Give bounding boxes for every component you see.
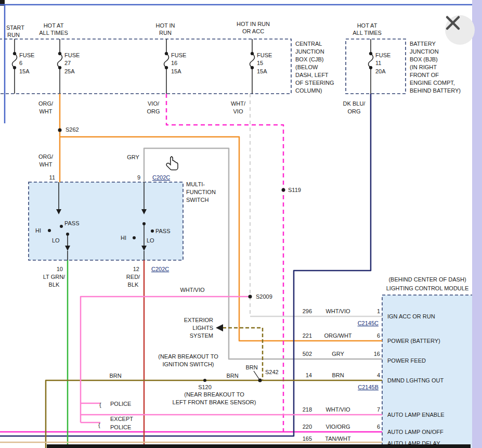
bus-label: START	[6, 24, 24, 31]
cjb-note: BOX (CJB)	[295, 56, 323, 62]
system-ref: SYSTEM	[190, 332, 213, 339]
wire-label: ORG	[347, 108, 360, 114]
fuse-number: 11	[375, 60, 381, 66]
pin-number: 11	[49, 174, 55, 181]
location-note: LEFT FRONT BRAKE SENSOR)	[173, 399, 256, 405]
fuse-amps: 25A	[64, 68, 75, 74]
fuse-number: 27	[64, 60, 71, 66]
cjb-note: JUNCTION	[295, 48, 324, 55]
wire-wht-vio	[250, 94, 382, 316]
circuit-number: 14	[306, 372, 312, 378]
wire-label: BLK	[49, 281, 60, 288]
fuse-label: FUSE	[375, 52, 390, 58]
bjb-note: BATTERY	[410, 41, 436, 47]
circuit-color: ORG/WHT	[324, 332, 351, 339]
fuse-amps: 15A	[19, 68, 30, 74]
wire-label: BRN	[109, 373, 121, 379]
contact-label: PASS	[64, 220, 80, 226]
circuit-color: VIO/ORG	[325, 424, 350, 430]
circuit-color: GRY	[332, 351, 344, 357]
fuse-number: 6	[19, 60, 22, 66]
exterior-lights-arrow	[216, 324, 223, 331]
wire-label: VIO/	[148, 100, 160, 107]
bjb-note: (IN RIGHT	[410, 64, 437, 70]
wire-label: WHT/	[231, 100, 246, 107]
module-row-label: DMND LGHTNG OUT	[387, 377, 444, 383]
wire-label: VIO	[233, 108, 243, 114]
diagram-bottom-border	[47, 444, 471, 448]
pin-number: 10	[57, 266, 63, 272]
location-note: IGNITION SWITCH)	[163, 361, 214, 367]
switch-title: FUNCTION	[186, 189, 216, 195]
wire-label: BRN	[245, 364, 257, 370]
wire-brn	[46, 328, 382, 448]
fuse-label: FUSE	[257, 52, 272, 58]
module-row-label: POWER (BATTERY)	[387, 338, 440, 344]
cjb-note: OF STEERING	[295, 80, 334, 86]
fuse-label: FUSE	[19, 52, 34, 58]
module-row-label: AUTO LAMP ON/OFF	[387, 429, 444, 435]
pin-number: 6	[377, 332, 380, 339]
fuse-amps: 15A	[257, 68, 267, 74]
variant-label: POLICE	[110, 401, 131, 407]
variant-label: POLICE	[110, 424, 131, 430]
bjb-note: BOX (BJB)	[410, 56, 438, 62]
bus-label: RUN	[159, 30, 172, 36]
wiring-diagram-viewer: START RUN HOT AT ALL TIMES HOT IN RUN HO…	[0, 0, 482, 448]
battery-junction-box	[346, 39, 406, 94]
connector-label: C202C	[151, 266, 169, 272]
switch-title: MULTI-	[186, 181, 205, 187]
wire-label: WHT	[39, 161, 52, 168]
pin-number: 1	[377, 308, 380, 314]
scrollbar-track[interactable]	[472, 0, 482, 448]
module-location: (BEHIND CENTER OF DASH)	[388, 276, 466, 283]
wire-dk-blu-org	[0, 94, 371, 436]
fuse-amps: 15A	[171, 68, 181, 74]
location-note: (NEAR BREAKOUT TO	[184, 391, 244, 398]
bus-label: RUN	[7, 32, 20, 38]
wiring-diagram: START RUN HOT AT ALL TIMES HOT IN RUN HO…	[0, 0, 482, 448]
bus-label: HOT AT	[357, 22, 377, 29]
wire-label: WHT	[39, 108, 52, 114]
close-button[interactable]	[445, 15, 475, 45]
wire-label: ORG	[147, 108, 160, 114]
wire-label: DK BLU/	[343, 100, 366, 107]
contact-label: LO	[52, 237, 60, 244]
contact-label: LO	[147, 237, 154, 244]
bus-label: ALL TIMES	[353, 30, 382, 36]
bus-label: OR ACC	[242, 28, 264, 34]
splice-label: S242	[265, 369, 279, 375]
fuse-number: 15	[257, 60, 263, 66]
fuse-amps: 20A	[375, 68, 386, 74]
cjb-note: COLUMN)	[295, 87, 322, 94]
wire-label: WHT/VIO	[180, 287, 204, 293]
circuit-color: TAN/WHT	[325, 436, 351, 442]
connector-label: C2145B	[358, 384, 379, 390]
fuse-label: FUSE	[64, 52, 80, 58]
connector-label: C202C	[152, 174, 170, 181]
splice-label: S119	[288, 187, 301, 193]
switch-title: SWITCH	[186, 197, 209, 203]
bus-label: HOT AT	[44, 22, 64, 29]
hand-cursor	[166, 157, 178, 170]
contact-label: HI	[35, 227, 41, 234]
bus-label: HOT IN	[155, 22, 175, 29]
circuit-number: 502	[303, 351, 312, 357]
bus-label: ALL TIMES	[39, 30, 68, 36]
contact-label: PASS	[155, 228, 171, 234]
circuit-number: 218	[303, 406, 312, 413]
circuit-color: WHT/VIO	[325, 308, 350, 314]
pin-number: 4	[377, 372, 380, 378]
splice-label: S120	[198, 384, 212, 390]
wire-label: LT GRN/	[43, 274, 66, 280]
module-title: LIGHTING CONTROL MODULE	[386, 285, 469, 291]
cjb-note: DASH, LEFT	[295, 72, 329, 78]
pin-number: 7	[377, 406, 380, 413]
brace-glyph: {	[99, 402, 101, 408]
bjb-note: BEHIND BATTERY)	[410, 87, 461, 94]
pin-number: 16	[374, 351, 380, 357]
wire-label: RED/	[126, 274, 140, 280]
wire-label: GRY	[127, 154, 139, 160]
pin-number: 6	[377, 424, 380, 430]
module-row-label: POWER FEED	[387, 357, 426, 364]
